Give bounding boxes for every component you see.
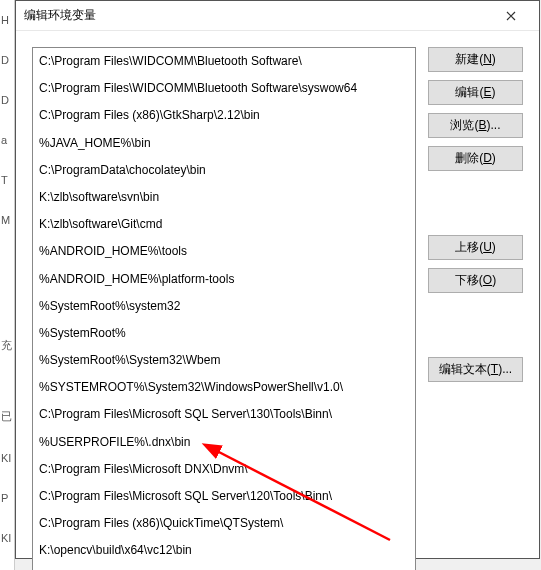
button-spacer xyxy=(428,179,523,227)
move-up-button[interactable]: 上移(U) xyxy=(428,235,523,260)
list-item[interactable]: K:\zlb\software\Git\cmd xyxy=(33,211,415,238)
list-item[interactable]: %SYSTEMROOT%\System32\WindowsPowerShell\… xyxy=(33,374,415,401)
new-button[interactable]: 新建(N) xyxy=(428,47,523,72)
background-window-edge: HDDaTM充已KIPKIP的P xyxy=(0,0,15,570)
list-item[interactable]: C:\ProgramData\chocolatey\bin xyxy=(33,157,415,184)
list-item[interactable]: K:\zlb\software\svn\bin xyxy=(33,184,415,211)
list-item[interactable]: %ANDROID_HOME%\tools xyxy=(33,238,415,265)
list-item[interactable]: K:\opencv\build\x64\vc12\bin xyxy=(33,537,415,564)
side-button-panel: 新建(N) 编辑(E) 浏览(B)... 删除(D) 上移(U) 下移(O) 编… xyxy=(428,47,523,570)
close-button[interactable] xyxy=(491,1,531,30)
list-item[interactable]: %JAVA_HOME%\bin xyxy=(33,130,415,157)
dialog-content: C:\Program Files\WIDCOMM\Bluetooth Softw… xyxy=(16,31,539,570)
list-item[interactable]: C:\Program Files (x86)\GtkSharp\2.12\bin xyxy=(33,102,415,129)
button-spacer-2 xyxy=(428,301,523,349)
list-item[interactable]: C:\Program Files\Microsoft SQL Server\13… xyxy=(33,401,415,428)
close-icon xyxy=(506,11,516,21)
list-item[interactable]: %SystemRoot% xyxy=(33,320,415,347)
list-item[interactable]: %ANDROID_HOME%\platform-tools xyxy=(33,266,415,293)
browse-button[interactable]: 浏览(B)... xyxy=(428,113,523,138)
titlebar: 编辑环境变量 xyxy=(16,1,539,31)
dialog-title: 编辑环境变量 xyxy=(24,7,491,24)
move-down-button[interactable]: 下移(O) xyxy=(428,268,523,293)
list-item[interactable]: C:\Program Files\WIDCOMM\Bluetooth Softw… xyxy=(33,75,415,102)
list-item[interactable]: C:\Program Files\WIDCOMM\Bluetooth Softw… xyxy=(33,48,415,75)
list-item[interactable]: %SystemRoot%\System32\Wbem xyxy=(33,347,415,374)
list-item[interactable]: C:\Program Files\Microsoft SQL Server\12… xyxy=(33,483,415,510)
edit-env-variable-dialog: 编辑环境变量 C:\Program Files\WIDCOMM\Bluetoot… xyxy=(15,0,540,559)
path-listbox[interactable]: C:\Program Files\WIDCOMM\Bluetooth Softw… xyxy=(32,47,416,570)
edit-button[interactable]: 编辑(E) xyxy=(428,80,523,105)
delete-button[interactable]: 删除(D) xyxy=(428,146,523,171)
list-item[interactable]: C:\Program Files (x86)\QuickTime\QTSyste… xyxy=(33,510,415,537)
edit-text-button[interactable]: 编辑文本(T)... xyxy=(428,357,523,382)
list-item[interactable]: K:\opencv\build\x86\vc12\bin xyxy=(33,565,415,570)
list-item[interactable]: C:\Program Files\Microsoft DNX\Dnvm\ xyxy=(33,456,415,483)
list-item[interactable]: %USERPROFILE%\.dnx\bin xyxy=(33,429,415,456)
list-item[interactable]: %SystemRoot%\system32 xyxy=(33,293,415,320)
